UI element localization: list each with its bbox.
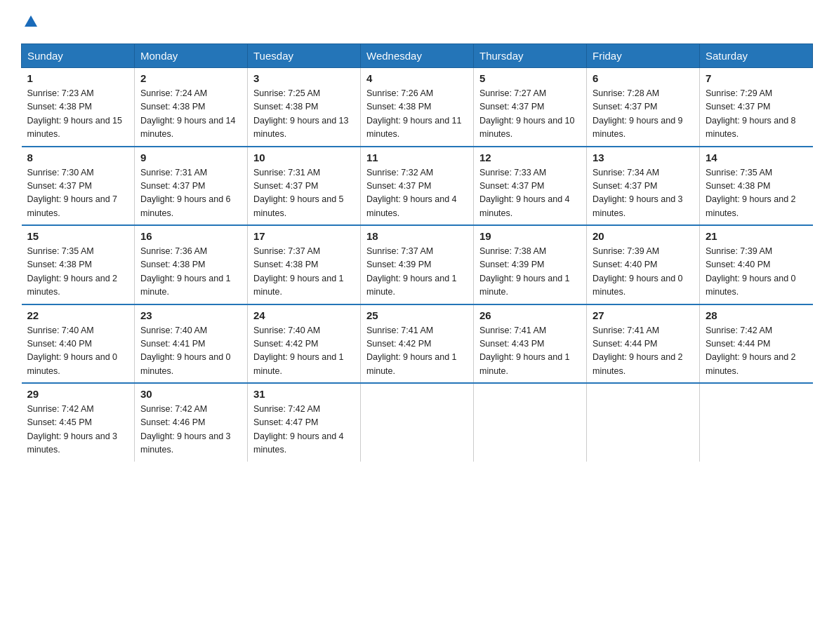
day-number: 5 — [479, 72, 581, 84]
day-number: 23 — [140, 309, 241, 321]
day-info: Sunrise: 7:41 AMSunset: 4:44 PMDaylight:… — [593, 326, 683, 376]
weekday-header-wednesday: Wednesday — [361, 44, 474, 68]
day-number: 20 — [593, 230, 694, 242]
calendar-cell — [587, 383, 700, 462]
day-number: 24 — [253, 309, 355, 321]
logo — [21, 14, 39, 29]
calendar-cell: 3 Sunrise: 7:25 AMSunset: 4:38 PMDayligh… — [248, 68, 361, 147]
day-number: 2 — [140, 72, 241, 84]
calendar-cell: 10 Sunrise: 7:31 AMSunset: 4:37 PMDaylig… — [248, 147, 361, 226]
day-info: Sunrise: 7:23 AMSunset: 4:38 PMDaylight:… — [27, 88, 123, 139]
calendar-cell: 23 Sunrise: 7:40 AMSunset: 4:41 PMDaylig… — [135, 304, 248, 384]
day-number: 26 — [479, 309, 581, 321]
day-number: 25 — [366, 309, 468, 321]
calendar-cell: 8 Sunrise: 7:30 AMSunset: 4:37 PMDayligh… — [22, 147, 135, 226]
day-info: Sunrise: 7:27 AMSunset: 4:37 PMDaylight:… — [479, 88, 575, 139]
day-number: 6 — [593, 72, 694, 84]
day-number: 14 — [706, 152, 807, 163]
day-number: 27 — [593, 309, 694, 321]
day-info: Sunrise: 7:32 AMSunset: 4:37 PMDaylight:… — [366, 168, 457, 218]
day-number: 22 — [27, 309, 129, 321]
day-info: Sunrise: 7:40 AMSunset: 4:40 PMDaylight:… — [27, 326, 118, 376]
day-number: 9 — [140, 152, 241, 163]
svg-marker-0 — [25, 15, 37, 27]
calendar-week-1: 1 Sunrise: 7:23 AMSunset: 4:38 PMDayligh… — [22, 68, 813, 147]
calendar-cell: 5 Sunrise: 7:27 AMSunset: 4:37 PMDayligh… — [474, 68, 587, 147]
day-info: Sunrise: 7:28 AMSunset: 4:37 PMDaylight:… — [593, 88, 683, 139]
logo-triangle-icon — [23, 14, 39, 29]
calendar-cell: 9 Sunrise: 7:31 AMSunset: 4:37 PMDayligh… — [135, 147, 248, 226]
calendar-cell: 12 Sunrise: 7:33 AMSunset: 4:37 PMDaylig… — [474, 147, 587, 226]
calendar-cell: 29 Sunrise: 7:42 AMSunset: 4:45 PMDaylig… — [22, 383, 135, 462]
day-number: 30 — [140, 388, 241, 400]
calendar-cell: 27 Sunrise: 7:41 AMSunset: 4:44 PMDaylig… — [587, 304, 700, 384]
calendar-cell: 30 Sunrise: 7:42 AMSunset: 4:46 PMDaylig… — [135, 383, 248, 462]
day-number: 7 — [706, 72, 807, 84]
day-number: 11 — [366, 152, 468, 163]
day-number: 10 — [253, 152, 355, 163]
calendar-week-5: 29 Sunrise: 7:42 AMSunset: 4:45 PMDaylig… — [22, 383, 813, 462]
day-info: Sunrise: 7:33 AMSunset: 4:37 PMDaylight:… — [479, 168, 570, 218]
calendar-cell: 15 Sunrise: 7:35 AMSunset: 4:38 PMDaylig… — [22, 225, 135, 304]
calendar-cell: 4 Sunrise: 7:26 AMSunset: 4:38 PMDayligh… — [361, 68, 474, 147]
day-info: Sunrise: 7:31 AMSunset: 4:37 PMDaylight:… — [253, 168, 344, 218]
day-info: Sunrise: 7:25 AMSunset: 4:38 PMDaylight:… — [253, 88, 349, 139]
calendar-table: SundayMondayTuesdayWednesdayThursdayFrid… — [21, 43, 813, 462]
day-info: Sunrise: 7:37 AMSunset: 4:38 PMDaylight:… — [253, 246, 344, 297]
calendar-week-3: 15 Sunrise: 7:35 AMSunset: 4:38 PMDaylig… — [22, 225, 813, 304]
calendar-cell: 6 Sunrise: 7:28 AMSunset: 4:37 PMDayligh… — [587, 68, 700, 147]
calendar-cell: 2 Sunrise: 7:24 AMSunset: 4:38 PMDayligh… — [135, 68, 248, 147]
calendar-cell: 19 Sunrise: 7:38 AMSunset: 4:39 PMDaylig… — [474, 225, 587, 304]
page-header — [21, 14, 813, 29]
day-info: Sunrise: 7:26 AMSunset: 4:38 PMDaylight:… — [366, 88, 462, 139]
day-number: 28 — [706, 309, 807, 321]
weekday-header-saturday: Saturday — [700, 44, 813, 68]
day-number: 1 — [27, 72, 129, 84]
calendar-cell: 17 Sunrise: 7:37 AMSunset: 4:38 PMDaylig… — [248, 225, 361, 304]
day-info: Sunrise: 7:42 AMSunset: 4:44 PMDaylight:… — [706, 326, 796, 376]
day-number: 16 — [140, 230, 241, 242]
day-info: Sunrise: 7:38 AMSunset: 4:39 PMDaylight:… — [479, 246, 570, 297]
day-info: Sunrise: 7:34 AMSunset: 4:37 PMDaylight:… — [593, 168, 683, 218]
day-info: Sunrise: 7:29 AMSunset: 4:37 PMDaylight:… — [706, 88, 796, 139]
calendar-cell: 16 Sunrise: 7:36 AMSunset: 4:38 PMDaylig… — [135, 225, 248, 304]
day-number: 18 — [366, 230, 468, 242]
weekday-header-monday: Monday — [135, 44, 248, 68]
day-info: Sunrise: 7:24 AMSunset: 4:38 PMDaylight:… — [140, 88, 236, 139]
day-info: Sunrise: 7:42 AMSunset: 4:47 PMDaylight:… — [253, 404, 344, 455]
calendar-cell — [474, 383, 587, 462]
day-number: 29 — [27, 388, 129, 400]
day-info: Sunrise: 7:40 AMSunset: 4:41 PMDaylight:… — [140, 326, 231, 376]
calendar-cell: 26 Sunrise: 7:41 AMSunset: 4:43 PMDaylig… — [474, 304, 587, 384]
weekday-header-thursday: Thursday — [474, 44, 587, 68]
calendar-week-2: 8 Sunrise: 7:30 AMSunset: 4:37 PMDayligh… — [22, 147, 813, 226]
day-number: 12 — [479, 152, 581, 163]
day-info: Sunrise: 7:35 AMSunset: 4:38 PMDaylight:… — [27, 246, 118, 297]
weekday-header-row: SundayMondayTuesdayWednesdayThursdayFrid… — [22, 44, 813, 68]
calendar-cell: 24 Sunrise: 7:40 AMSunset: 4:42 PMDaylig… — [248, 304, 361, 384]
day-info: Sunrise: 7:41 AMSunset: 4:42 PMDaylight:… — [366, 326, 457, 376]
day-number: 17 — [253, 230, 355, 242]
day-info: Sunrise: 7:42 AMSunset: 4:46 PMDaylight:… — [140, 404, 231, 455]
day-info: Sunrise: 7:42 AMSunset: 4:45 PMDaylight:… — [27, 404, 118, 455]
calendar-cell — [361, 383, 474, 462]
day-number: 8 — [27, 152, 129, 163]
day-info: Sunrise: 7:39 AMSunset: 4:40 PMDaylight:… — [706, 246, 796, 297]
weekday-header-friday: Friday — [587, 44, 700, 68]
calendar-cell: 31 Sunrise: 7:42 AMSunset: 4:47 PMDaylig… — [248, 383, 361, 462]
day-info: Sunrise: 7:41 AMSunset: 4:43 PMDaylight:… — [479, 326, 570, 376]
calendar-cell: 14 Sunrise: 7:35 AMSunset: 4:38 PMDaylig… — [700, 147, 813, 226]
calendar-cell: 22 Sunrise: 7:40 AMSunset: 4:40 PMDaylig… — [22, 304, 135, 384]
day-info: Sunrise: 7:35 AMSunset: 4:38 PMDaylight:… — [706, 168, 796, 218]
calendar-cell: 18 Sunrise: 7:37 AMSunset: 4:39 PMDaylig… — [361, 225, 474, 304]
weekday-header-tuesday: Tuesday — [248, 44, 361, 68]
calendar-cell: 20 Sunrise: 7:39 AMSunset: 4:40 PMDaylig… — [587, 225, 700, 304]
day-info: Sunrise: 7:30 AMSunset: 4:37 PMDaylight:… — [27, 168, 118, 218]
calendar-cell: 25 Sunrise: 7:41 AMSunset: 4:42 PMDaylig… — [361, 304, 474, 384]
weekday-header-sunday: Sunday — [22, 44, 135, 68]
day-info: Sunrise: 7:37 AMSunset: 4:39 PMDaylight:… — [366, 246, 457, 297]
day-info: Sunrise: 7:39 AMSunset: 4:40 PMDaylight:… — [593, 246, 683, 297]
calendar-cell: 11 Sunrise: 7:32 AMSunset: 4:37 PMDaylig… — [361, 147, 474, 226]
calendar-cell — [700, 383, 813, 462]
day-info: Sunrise: 7:40 AMSunset: 4:42 PMDaylight:… — [253, 326, 344, 376]
